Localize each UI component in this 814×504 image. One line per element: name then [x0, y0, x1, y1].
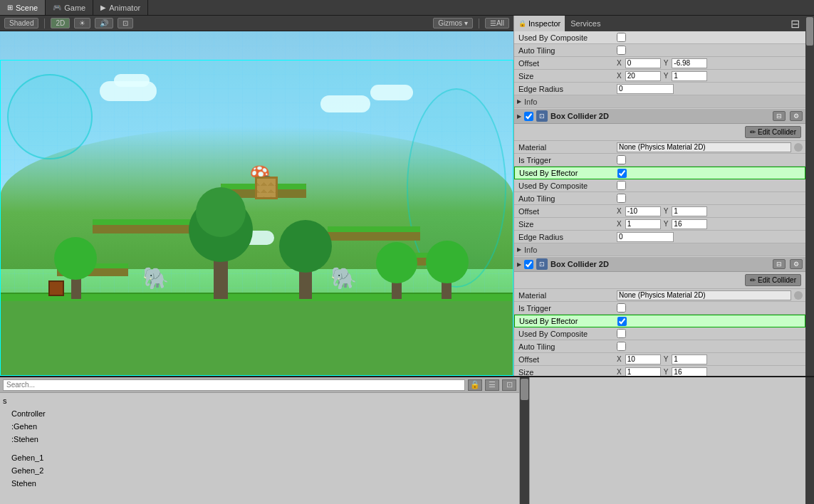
box-collider-1-enabled[interactable] [524, 112, 533, 121]
box-collider-2-edit-btn[interactable]: ✏ Edit Collider [745, 274, 801, 286]
hierarchy-search-input[interactable] [3, 379, 465, 391]
mode-2d-button[interactable]: 2D [51, 18, 70, 28]
box-collider-2-material-value [617, 290, 803, 300]
box-collider-1-used-by-effector-checkbox[interactable] [617, 169, 627, 178]
hier-item-stehen2[interactable]: Stehen [0, 477, 519, 490]
top-edge-radius-input[interactable] [617, 84, 674, 94]
hier-item-stehen[interactable]: :Stehen [0, 433, 519, 446]
box-collider-1-used-by-composite-label: Used By Composite [517, 182, 617, 190]
scene-viewport: Shaded 2D ☀ 🔊 ⊡ Gizmos ▾ ☰All [0, 16, 513, 376]
tab-scene[interactable]: ⊞ Scene [0, 0, 46, 15]
box-collider-1-header[interactable]: ▶ ⊡ Box Collider 2D ⊟ ⚙ [514, 108, 805, 124]
inspector-header-right: ⊟ [788, 16, 805, 31]
box-collider-2-material-input[interactable] [617, 290, 791, 300]
box-collider-1-is-trigger-checkbox[interactable] [617, 155, 626, 164]
top-size-y-input[interactable] [672, 71, 707, 81]
box-collider-2-settings-btn[interactable]: ⚙ [790, 259, 803, 269]
box-collider-2-header[interactable]: ▶ ⊡ Box Collider 2D ⊟ ⚙ [514, 256, 805, 272]
inspector-scroll-area[interactable]: Used By Composite Auto Tiling Offset X Y [514, 31, 805, 376]
box-collider-2-menu-btn[interactable]: ⊟ [773, 259, 786, 269]
hier-item-gehen2[interactable]: Gehen_2 [0, 464, 519, 477]
box-collider-1-settings-btn[interactable]: ⚙ [790, 111, 803, 121]
gizmos-button[interactable]: Gizmos ▾ [433, 18, 473, 28]
box-collider-1-size-y[interactable] [672, 219, 707, 229]
box-collider-2-size-y[interactable] [672, 367, 707, 377]
box-collider-2-used-by-composite-checkbox[interactable] [617, 329, 626, 338]
box-collider-1-edge-radius-input[interactable] [617, 232, 674, 242]
hierarchy-filter-btn[interactable]: ☰ [485, 379, 499, 391]
box-collider-2-is-trigger-row: Is Trigger [514, 302, 805, 315]
box-collider-1-edit-row: ✏ Edit Collider [514, 124, 805, 141]
bc1-y-label: Y [664, 207, 669, 215]
hier-item-blank [0, 446, 519, 451]
info-row-2[interactable]: ▶ Info [514, 243, 805, 256]
top-size-x-input[interactable] [625, 71, 661, 81]
search-scene-button[interactable]: ☰All [485, 18, 509, 28]
box-collider-1-material-input[interactable] [617, 142, 791, 152]
hier-item-gehen-label: :Gehen [11, 422, 37, 431]
inspector-scrollbar[interactable] [805, 16, 814, 376]
box-collider-1-used-by-effector-row: Used By Effector [514, 167, 805, 179]
info-row-1[interactable]: ▶ Info [514, 95, 805, 108]
top-offset-value: X Y [617, 58, 803, 68]
box-collider-2-enabled[interactable] [524, 260, 533, 269]
hier-item-s-label: s [3, 397, 7, 405]
box-collider-2-material-row: Material [514, 289, 805, 302]
top-edge-radius-value [617, 84, 803, 94]
box-collider-1-auto-tiling-checkbox[interactable] [617, 194, 626, 203]
audio-button[interactable]: 🔊 [95, 18, 113, 28]
tab-animator[interactable]: ▶ Animator [93, 0, 148, 15]
close-button[interactable]: ⊟ [790, 17, 800, 31]
top-used-by-composite-checkbox[interactable] [617, 33, 626, 42]
box-collider-1-menu-btn[interactable]: ⊟ [773, 111, 786, 121]
hier-item-gehen[interactable]: :Gehen [0, 420, 519, 433]
box-collider-2-material-dot[interactable] [794, 291, 803, 300]
services-tab[interactable]: Services [565, 16, 606, 31]
lighting-button[interactable]: ☀ [74, 18, 90, 28]
tab-animator-label: Animator [109, 4, 140, 12]
top-offset-x-input[interactable] [625, 58, 661, 68]
top-auto-tiling-checkbox[interactable] [617, 46, 626, 55]
inspector-bottom-placeholder [529, 377, 805, 504]
bottom-scrollbar[interactable] [520, 377, 529, 504]
inspector-panel: 🔒 Inspector Services ⊟ Used By Composite… [513, 16, 805, 376]
shading-button[interactable]: Shaded [4, 18, 38, 28]
box-collider-1-used-by-effector-value [617, 169, 802, 178]
box-collider-2-size-label: Size [517, 368, 617, 377]
top-auto-tiling-label: Auto Tiling [517, 46, 617, 55]
top-offset-y-label: Y [664, 59, 669, 67]
box-collider-2-used-by-effector-checkbox[interactable] [617, 317, 627, 326]
hierarchy-lock-btn[interactable]: 🔒 [468, 379, 482, 391]
hier-item-s[interactable]: s [0, 394, 519, 407]
tab-game[interactable]: 🎮 Game [46, 0, 93, 15]
box-collider-1-offset-value: X Y [617, 206, 803, 216]
box-collider-2-is-trigger-checkbox[interactable] [617, 303, 626, 313]
hier-item-gehen1[interactable]: Gehen_1 [0, 451, 519, 464]
box-collider-2-size-value: X Y [617, 367, 803, 377]
top-size-row: Size X Y [514, 70, 805, 83]
box-collider-1-is-trigger-row: Is Trigger [514, 154, 805, 167]
box-collider-2-used-by-effector-row: Used By Effector [514, 315, 805, 327]
box-collider-2-auto-tiling-checkbox[interactable] [617, 342, 626, 351]
box-collider-1-used-by-composite-checkbox[interactable] [617, 181, 626, 190]
box-collider-1-size-value: X Y [617, 219, 803, 229]
hier-item-controller[interactable]: Controller [0, 407, 519, 420]
hierarchy-panel: 🔒 ☰ ⊡ s Controller :Gehen :Stehen Gehen_… [0, 377, 520, 504]
effects-button[interactable]: ⊡ [118, 18, 133, 28]
inspector-tab[interactable]: 🔒 Inspector [514, 16, 565, 31]
bottom-scroll-thumb[interactable] [521, 379, 528, 400]
scene-canvas[interactable]: 🍄 🐘 🐘 [0, 31, 513, 376]
box-collider-2-size-x[interactable] [625, 367, 661, 377]
box-collider-1-offset-y[interactable] [672, 206, 707, 216]
box-collider-2-title: Box Collider 2D [551, 260, 768, 268]
box-collider-1-size-x[interactable] [625, 219, 661, 229]
box-collider-1-material-dot[interactable] [794, 143, 803, 152]
top-offset-y-input[interactable] [672, 58, 707, 68]
tab-game-label: Game [64, 4, 85, 12]
hierarchy-panel-toggle[interactable]: ⊡ [502, 379, 516, 391]
box-collider-2-offset-x[interactable] [625, 355, 661, 364]
box-collider-1-edit-btn[interactable]: ✏ Edit Collider [745, 126, 801, 138]
scroll-thumb[interactable] [806, 17, 813, 46]
box-collider-2-offset-y[interactable] [672, 355, 707, 364]
box-collider-1-offset-x[interactable] [625, 206, 661, 216]
